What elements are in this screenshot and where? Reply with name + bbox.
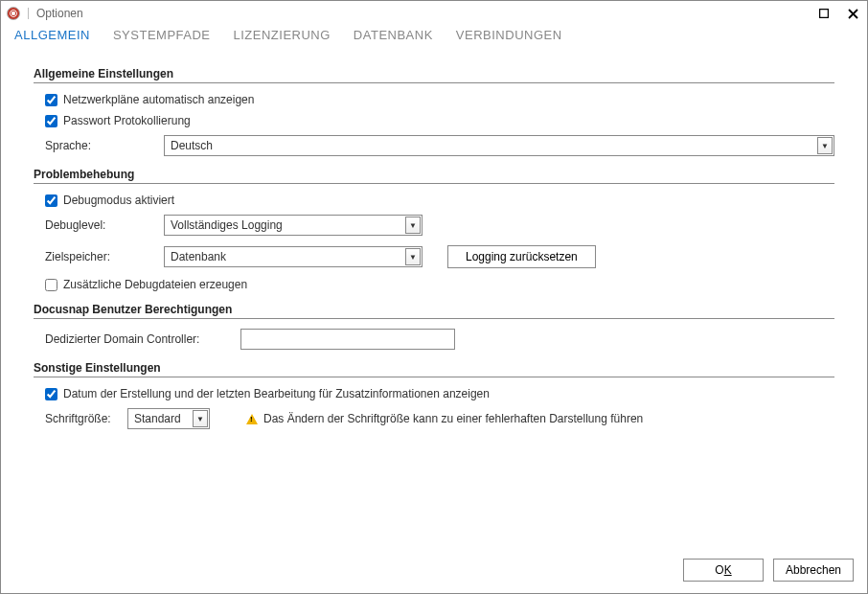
tab-datenbank[interactable]: DATENBANK [354,28,433,42]
close-icon [848,9,858,19]
debuglevel-combo-value: Vollständiges Logging [171,218,283,232]
reset-logging-button[interactable]: Logging zurücksetzen [447,245,596,268]
tab-bar: ALLGEMEIN SYSTEMPFADE LIZENZIERUNG DATEN… [1,26,867,50]
checkbox-password-logging-label: Passwort Protokollierung [63,114,191,127]
section-header-perms: Docusnap Benutzer Berechtigungen [34,303,834,319]
checkbox-debugmode[interactable] [45,194,57,207]
section-header-trouble: Problembehebung [34,168,834,184]
language-label: Sprache: [45,139,164,152]
dialog-footer: OK Abbrechen [683,559,854,582]
dc-label: Dedizierter Domain Controller: [45,332,240,346]
section-header-other: Sonstige Einstellungen [34,361,834,377]
debuglevel-combo[interactable]: Vollständiges Logging ▼ [164,215,423,236]
section-header-general: Allgemeine Einstellungen [34,67,834,83]
dc-input[interactable] [240,329,455,350]
language-combo[interactable]: Deutsch ▼ [164,135,834,156]
targetstorage-combo[interactable]: Datenbank ▼ [164,246,423,267]
maximize-button[interactable] [815,5,833,22]
checkbox-network-plans[interactable] [45,94,57,106]
chevron-down-icon: ▼ [405,217,421,234]
titlebar: Optionen [1,1,867,26]
targetstorage-combo-value: Datenbank [171,250,226,263]
title-divider [28,8,29,19]
checkbox-debugmode-label: Debugmodus aktiviert [63,194,174,207]
chevron-down-icon: ▼ [817,137,833,154]
tab-systempfade[interactable]: SYSTEMPFADE [113,28,211,42]
checkbox-network-plans-label: Netzwerkpläne automatisch anzeigen [63,93,254,106]
checkbox-password-logging[interactable] [45,115,57,127]
fontsize-combo[interactable]: Standard ▼ [127,408,210,429]
close-button[interactable] [844,5,861,22]
fontsize-label: Schriftgröße: [45,412,127,425]
ok-key: K [724,563,732,577]
svg-rect-0 [820,10,829,18]
targetstorage-label: Zielspeicher: [45,250,164,263]
fontsize-warning-text: Das Ändern der Schriftgröße kann zu eine… [263,412,643,425]
language-combo-value: Deutsch [171,139,213,152]
tab-verbindungen[interactable]: VERBINDUNGEN [456,28,562,42]
warning-icon [246,414,258,424]
ok-prefix: O [715,563,723,577]
app-icon [7,7,20,20]
window-title: Optionen [36,7,83,20]
fontsize-combo-value: Standard [134,412,181,425]
maximize-icon [819,9,829,18]
checkbox-extra-debugfiles-label: Zusätzliche Debugdateien erzeugen [63,278,247,291]
checkbox-extra-debugfiles[interactable] [45,279,57,291]
chevron-down-icon: ▼ [193,410,208,427]
tab-allgemein[interactable]: ALLGEMEIN [14,28,90,42]
cancel-button[interactable]: Abbrechen [773,559,854,582]
ok-button[interactable]: OK [683,559,764,582]
debuglevel-label: Debuglevel: [45,218,164,232]
checkbox-show-dates[interactable] [45,388,57,400]
chevron-down-icon: ▼ [405,248,421,265]
tab-lizenzierung[interactable]: LIZENZIERUNG [234,28,331,42]
checkbox-show-dates-label: Datum der Erstellung und der letzten Bea… [63,387,490,400]
content-area: Allgemeine Einstellungen Netzwerkpläne a… [1,50,867,429]
